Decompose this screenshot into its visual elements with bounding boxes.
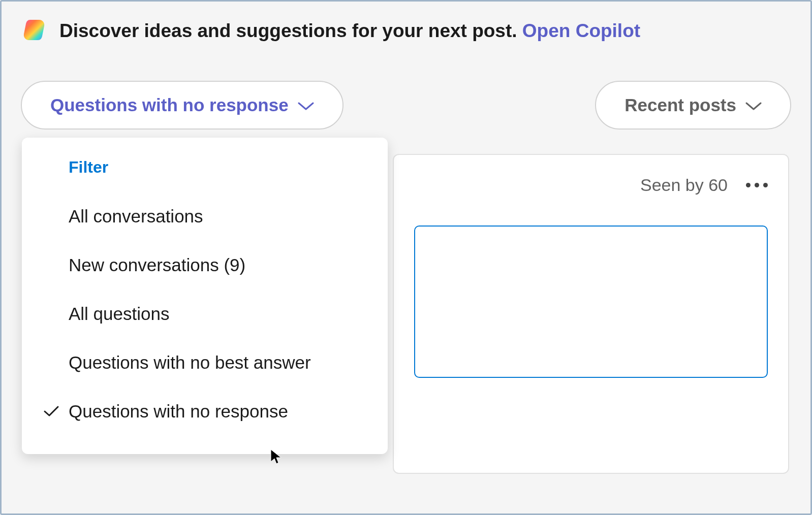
chevron-down-icon [298, 95, 314, 115]
filter-option-all-questions[interactable]: All questions [22, 289, 388, 338]
filter-dropdown-menu: Filter All conversations New conversatio… [22, 138, 388, 454]
banner-prompt: Discover ideas and suggestions for your … [59, 20, 522, 41]
chevron-down-icon [745, 95, 762, 115]
main-container: Discover ideas and suggestions for your … [0, 0, 812, 515]
filter-option-no-response[interactable]: Questions with no response [22, 387, 388, 436]
dropdown-header: Filter [22, 152, 388, 192]
filter-option-no-best-answer[interactable]: Questions with no best answer [22, 338, 388, 387]
open-copilot-link[interactable]: Open Copilot [522, 20, 640, 41]
copilot-banner: Discover ideas and suggestions for your … [21, 17, 791, 45]
filter-option-label: Questions with no response [69, 401, 288, 422]
filter-option-label: New conversations (9) [69, 255, 245, 275]
more-options-icon[interactable] [746, 183, 768, 187]
post-header: Seen by 60 [414, 175, 768, 195]
check-icon [43, 405, 69, 417]
filter-option-all-conversations[interactable]: All conversations [22, 192, 388, 241]
filter-option-new-conversations[interactable]: New conversations (9) [22, 241, 388, 289]
filter-dropdown-label: Questions with no response [50, 95, 289, 115]
sort-dropdown-label: Recent posts [624, 95, 736, 115]
sort-dropdown-button[interactable]: Recent posts [595, 81, 791, 130]
filter-option-label: All conversations [69, 206, 203, 227]
post-card: Seen by 60 [393, 154, 789, 474]
filter-option-label: Questions with no best answer [69, 352, 311, 373]
post-body-input[interactable] [414, 226, 768, 378]
filter-dropdown-button[interactable]: Questions with no response [21, 81, 343, 130]
filter-option-label: All questions [69, 304, 169, 324]
filter-row: Questions with no response Recent posts [21, 81, 791, 130]
copilot-icon [21, 17, 47, 45]
seen-by-label: Seen by 60 [640, 175, 728, 195]
banner-text: Discover ideas and suggestions for your … [59, 20, 640, 42]
